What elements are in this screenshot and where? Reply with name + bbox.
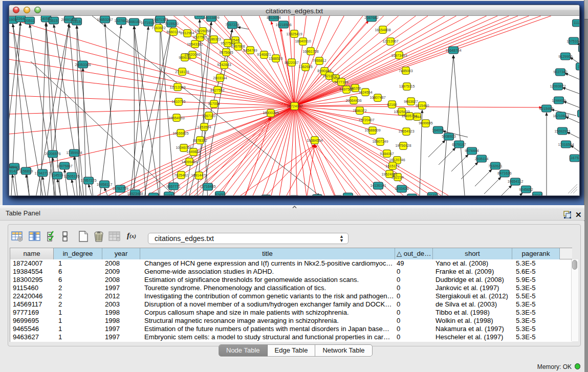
svg-text:746266: 746266 — [349, 86, 361, 90]
svg-text:2264: 2264 — [16, 17, 25, 20]
svg-text:2944: 2944 — [413, 115, 421, 119]
svg-text:9474444: 9474444 — [465, 149, 478, 152]
svg-text:7515520: 7515520 — [164, 22, 178, 26]
svg-text:10046766: 10046766 — [176, 146, 191, 149]
svg-text:12213967: 12213967 — [382, 39, 398, 43]
svg-text:8878332: 8878332 — [193, 139, 207, 142]
svg-text:12975115: 12975115 — [399, 84, 415, 88]
svg-text:9875645: 9875645 — [219, 51, 233, 54]
svg-text:1615172: 1615172 — [385, 164, 399, 168]
svg-text:8427552: 8427552 — [210, 89, 224, 92]
svg-text:19218506: 19218506 — [275, 23, 291, 27]
svg-text:62160: 62160 — [387, 103, 397, 106]
svg-text:16543382: 16543382 — [187, 42, 203, 46]
svg-text:999: 999 — [197, 16, 203, 17]
svg-text:6679197: 6679197 — [452, 143, 466, 146]
svg-text:7163822: 7163822 — [151, 26, 165, 30]
svg-text:2546: 2546 — [231, 38, 239, 42]
svg-text:92450: 92450 — [215, 193, 225, 195]
svg-text:9465: 9465 — [165, 194, 173, 195]
svg-text:1610755: 1610755 — [171, 100, 185, 103]
svg-text:12505135: 12505135 — [63, 174, 79, 178]
svg-text:9129906: 9129906 — [558, 55, 572, 58]
svg-text:1575104: 1575104 — [567, 39, 579, 43]
svg-text:12213369: 12213369 — [169, 85, 185, 89]
svg-text:18907249: 18907249 — [372, 140, 388, 143]
svg-text:17957225: 17957225 — [80, 179, 96, 182]
svg-text:17359924: 17359924 — [66, 151, 82, 155]
svg-text:15226058: 15226058 — [194, 29, 210, 33]
svg-text:14099469: 14099469 — [181, 160, 197, 164]
svg-text:8813054: 8813054 — [267, 16, 280, 19]
svg-text:16648784: 16648784 — [445, 49, 461, 52]
svg-text:1156819: 1156819 — [19, 169, 33, 173]
svg-text:1905: 1905 — [9, 18, 17, 21]
svg-text:164095: 164095 — [432, 128, 444, 132]
svg-text:1112: 1112 — [574, 21, 579, 25]
svg-text:1353594: 1353594 — [197, 125, 211, 129]
svg-text:8660124: 8660124 — [166, 30, 180, 34]
svg-text:10719155: 10719155 — [140, 21, 156, 25]
svg-text:15692971: 15692971 — [554, 129, 570, 133]
svg-text:13325419: 13325419 — [286, 32, 302, 36]
svg-text:99142: 99142 — [9, 169, 17, 173]
svg-text:10973493: 10973493 — [391, 54, 407, 57]
svg-text:1362615: 1362615 — [298, 65, 312, 69]
svg-text:20206576: 20206576 — [45, 152, 60, 156]
svg-text:8454749: 8454749 — [243, 49, 257, 52]
svg-text:9227342: 9227342 — [553, 70, 567, 74]
svg-text:100462: 100462 — [426, 194, 438, 195]
svg-text:252214: 252214 — [391, 176, 403, 179]
svg-text:3515: 3515 — [50, 19, 58, 23]
svg-text:1449822: 1449822 — [186, 150, 200, 154]
svg-text:1515: 1515 — [73, 20, 81, 24]
svg-text:317004: 317004 — [208, 102, 220, 105]
svg-text:116753: 116753 — [569, 156, 579, 160]
svg-text:16154808: 16154808 — [375, 28, 390, 32]
svg-text:343: 343 — [578, 65, 579, 69]
svg-text:7357224: 7357224 — [225, 23, 239, 27]
svg-text:19384554: 19384554 — [307, 139, 322, 142]
svg-text:2087682: 2087682 — [364, 16, 378, 19]
svg-text:7485003: 7485003 — [399, 69, 412, 73]
svg-text:16033809: 16033809 — [203, 16, 219, 19]
svg-text:16782759: 16782759 — [112, 187, 128, 190]
svg-text:9463627: 9463627 — [404, 100, 418, 103]
svg-text:18640910: 18640910 — [295, 39, 311, 43]
svg-text:10807487: 10807487 — [369, 96, 385, 99]
svg-text:5938923: 5938923 — [442, 135, 455, 138]
svg-text:6466160: 6466160 — [127, 20, 141, 24]
svg-text:7625402: 7625402 — [174, 173, 188, 177]
svg-text:17942717: 17942717 — [34, 171, 50, 175]
svg-text:20364436: 20364436 — [345, 99, 361, 102]
svg-text:19654923: 19654923 — [398, 129, 414, 133]
svg-text:989613: 989613 — [179, 56, 190, 59]
svg-text:19654933: 19654933 — [168, 116, 184, 120]
svg-text:3624554: 3624554 — [358, 91, 372, 94]
svg-text:9146821: 9146821 — [257, 53, 271, 56]
svg-text:9242843: 9242843 — [217, 63, 231, 67]
svg-text:2718176: 2718176 — [175, 70, 189, 74]
svg-text:26053346: 26053346 — [75, 63, 91, 67]
svg-text:16914479: 16914479 — [191, 173, 207, 177]
svg-text:10688609: 10688609 — [364, 128, 380, 132]
svg-text:15720407: 15720407 — [358, 118, 374, 122]
svg-text:2451: 2451 — [332, 76, 340, 80]
svg-text:16120746: 16120746 — [389, 158, 405, 162]
svg-text:10958117: 10958117 — [97, 183, 113, 186]
svg-text:10975867: 10975867 — [56, 164, 72, 168]
svg-text:9115460: 9115460 — [416, 104, 429, 107]
svg-text:8912954: 8912954 — [180, 31, 194, 35]
svg-text:10025433: 10025433 — [394, 110, 409, 114]
svg-text:8990448: 8990448 — [317, 69, 331, 73]
svg-text:12093872: 12093872 — [550, 84, 565, 88]
svg-text:18724007: 18724007 — [287, 104, 302, 108]
svg-text:9777169: 9777169 — [334, 80, 348, 84]
svg-text:1244419: 1244419 — [552, 99, 565, 102]
svg-text:87064: 87064 — [532, 194, 542, 195]
svg-text:20511: 20511 — [25, 19, 35, 23]
svg-text:16210643: 16210643 — [553, 114, 569, 118]
svg-text:485001: 485001 — [9, 165, 20, 169]
svg-text:19756928: 19756928 — [395, 144, 411, 147]
svg-text:2967608: 2967608 — [231, 45, 245, 48]
